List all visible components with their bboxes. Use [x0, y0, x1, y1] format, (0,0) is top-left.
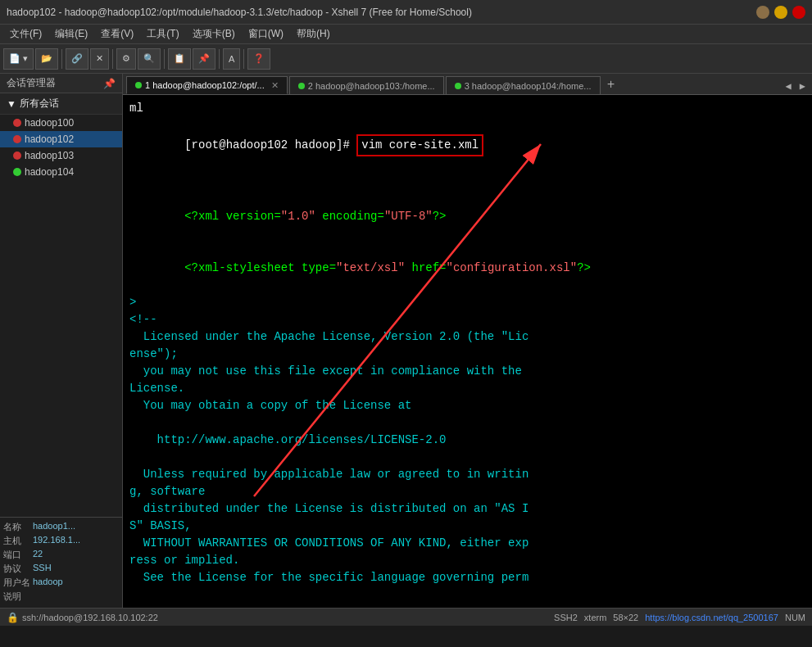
toolbar: 📄 ▾ 📂 🔗 ✕ ⚙ 🔍 📋 📌 A ❓: [0, 44, 812, 74]
terminal-line-blank2: [129, 414, 805, 432]
minimize-button[interactable]: [756, 6, 769, 19]
toolbar-sep5: [243, 49, 244, 69]
terminal-line-gt: >: [129, 294, 805, 311]
terminal-line-g-software: g, software: [129, 483, 805, 500]
tab-3[interactable]: 3 hadoop@hadoop104:/home...: [446, 76, 601, 94]
main-area: 会话管理器 📌 ▼ 所有会话 hadoop100 hadoop102 hadoo…: [0, 74, 812, 608]
sidebar-item-label: hadoop102: [25, 133, 74, 145]
status-left: 🔒 ssh://hadoop@192.168.10.102:22: [7, 612, 158, 623]
menu-window[interactable]: 窗口(W): [242, 25, 290, 43]
sidebar-section: ▼ 所有会话: [0, 93, 122, 115]
sidebar: 会话管理器 📌 ▼ 所有会话 hadoop100 hadoop102 hadoo…: [0, 74, 123, 608]
status-num: NUM: [785, 613, 805, 622]
terminal-line-license: License.: [129, 380, 805, 397]
terminal-line-you-may-obtain: You may obtain a copy of the License at: [129, 397, 805, 414]
toolbar-help[interactable]: ❓: [247, 48, 270, 70]
terminal-line-comment-start: <!--: [129, 311, 805, 328]
menu-help[interactable]: 帮助(H): [290, 25, 337, 43]
tab-3-label: 3 hadoop@hadoop104:/home...: [465, 81, 592, 91]
terminal-line-you-may-not: you may not use this file except in comp…: [129, 363, 805, 380]
terminal-line-ml: ml: [129, 100, 805, 117]
status-right: SSH2 xterm 58×22 https://blog.csdn.net/q…: [554, 613, 805, 622]
toolbar-sep3: [164, 49, 165, 69]
tab-next-button[interactable]: ▶: [796, 80, 809, 93]
status-xterm: xterm: [584, 613, 607, 622]
terminal-line-distributed: distributed under the License is distrib…: [129, 500, 805, 518]
toolbar-connect[interactable]: 🔗: [66, 48, 88, 70]
menu-view[interactable]: 查看(V): [94, 25, 140, 43]
prop-host: 主机 192.168.1...: [3, 535, 119, 547]
toolbar-sep1: [61, 49, 62, 69]
status-ssh-path: ssh://hadoop@192.168.10.102:22: [22, 613, 158, 622]
toolbar-sep4: [219, 49, 220, 69]
terminal[interactable]: ml [root@hadoop102 hadoop]# vim core-sit…: [123, 95, 812, 608]
status-dot-red: [13, 119, 21, 127]
toolbar-font[interactable]: A: [223, 48, 240, 70]
vim-command-highlight: vim core-site.xml: [356, 134, 483, 156]
status-url: https://blog.csdn.net/qq_2500167: [645, 613, 778, 622]
title-bar-buttons: [756, 6, 805, 19]
terminal-line-without: WITHOUT WARRANTIES OR CONDITIONS OF ANY …: [129, 535, 805, 552]
terminal-line-ense: ense");: [129, 346, 805, 363]
terminal-line-see: See the License for the specific languag…: [129, 569, 805, 586]
prop-name: 名称 hadoop1...: [3, 521, 119, 533]
prop-protocol: 协议 SSH: [3, 563, 119, 575]
terminal-line-blank1: [129, 174, 805, 191]
status-dot-red: [13, 135, 21, 143]
content-area: 1 hadoop@hadoop102:/opt/... ✕ 2 hadoop@h…: [123, 74, 812, 608]
terminal-line-s-basis: S" BASIS,: [129, 518, 805, 535]
tab-1[interactable]: 1 hadoop@hadoop102:/opt/... ✕: [126, 76, 288, 94]
status-dot-red: [13, 152, 21, 160]
prop-username: 用户名 hadoop: [3, 577, 119, 589]
terminal-line-xml1: <?xml version="1.0" encoding="UTF-8"?>: [129, 191, 805, 242]
terminal-line-unless: Unless required by applicable law or agr…: [129, 466, 805, 483]
lock-icon: 🔒: [7, 612, 19, 623]
toolbar-paste[interactable]: 📌: [193, 48, 215, 70]
sidebar-item-hadoop102[interactable]: hadoop102: [0, 131, 122, 147]
toolbar-disconnect[interactable]: ✕: [90, 48, 109, 70]
sidebar-item-label: hadoop103: [25, 150, 74, 161]
terminal-line-command: [root@hadoop102 hadoop]# vim core-site.x…: [129, 117, 805, 174]
close-button[interactable]: [792, 6, 805, 19]
menu-file[interactable]: 文件(F): [3, 25, 48, 43]
status-dot-green: [13, 168, 21, 176]
menu-tabs[interactable]: 选项卡(B): [186, 25, 242, 43]
menu-tools[interactable]: 工具(T): [140, 25, 185, 43]
tab-2[interactable]: 2 hadoop@hadoop103:/home...: [289, 76, 444, 94]
maximize-button[interactable]: [774, 6, 787, 19]
tab-2-label: 2 hadoop@hadoop103:/home...: [308, 81, 435, 91]
status-bar: 🔒 ssh://hadoop@192.168.10.102:22 SSH2 xt…: [0, 608, 812, 626]
tab-add-button[interactable]: +: [602, 76, 620, 94]
toolbar-copy[interactable]: 📋: [168, 48, 191, 70]
title-bar-text: hadoop102 - hadoop@hadoop102:/opt/module…: [7, 7, 472, 18]
toolbar-open[interactable]: 📂: [35, 48, 58, 70]
properties-panel: 名称 hadoop1... 主机 192.168.1... 端口 22 协议 S…: [0, 517, 122, 608]
sidebar-item-hadoop100[interactable]: hadoop100: [0, 115, 122, 131]
tab-bar: 1 hadoop@hadoop102:/opt/... ✕ 2 hadoop@h…: [123, 74, 812, 95]
status-ssh2: SSH2: [554, 613, 578, 622]
sidebar-item-label: hadoop100: [25, 117, 74, 129]
sidebar-item-hadoop104[interactable]: hadoop104: [0, 164, 122, 180]
sidebar-section-label: 所有会话: [20, 97, 59, 111]
terminal-line-url: http://www.apache.org/licenses/LICENSE-2…: [129, 432, 805, 449]
tab-status-dot: [455, 83, 461, 89]
tab-status-dot: [298, 83, 305, 89]
sidebar-expand-icon[interactable]: ▼: [7, 98, 16, 110]
tab-close-icon[interactable]: ✕: [271, 80, 279, 91]
tab-1-label: 1 hadoop@hadoop102:/opt/...: [145, 80, 265, 90]
toolbar-settings[interactable]: ⚙: [116, 48, 136, 70]
menu-edit[interactable]: 编辑(E): [48, 25, 94, 43]
terminal-line-licensed: Licensed under the Apache License, Versi…: [129, 328, 805, 346]
sidebar-header: 会话管理器 📌: [0, 74, 122, 93]
terminal-line-blank3: [129, 449, 805, 466]
status-size: 58×22: [613, 613, 638, 622]
tab-status-dot: [135, 82, 142, 88]
toolbar-new[interactable]: 📄 ▾: [3, 48, 34, 70]
sidebar-item-hadoop103[interactable]: hadoop103: [0, 147, 122, 164]
toolbar-search[interactable]: 🔍: [138, 48, 161, 70]
tab-navigation: ◀ ▶: [783, 80, 809, 94]
tab-prev-button[interactable]: ◀: [783, 80, 795, 93]
prop-port: 端口 22: [3, 549, 119, 561]
sidebar-pin-icon[interactable]: 📌: [103, 78, 116, 89]
sidebar-title: 会话管理器: [7, 76, 56, 90]
